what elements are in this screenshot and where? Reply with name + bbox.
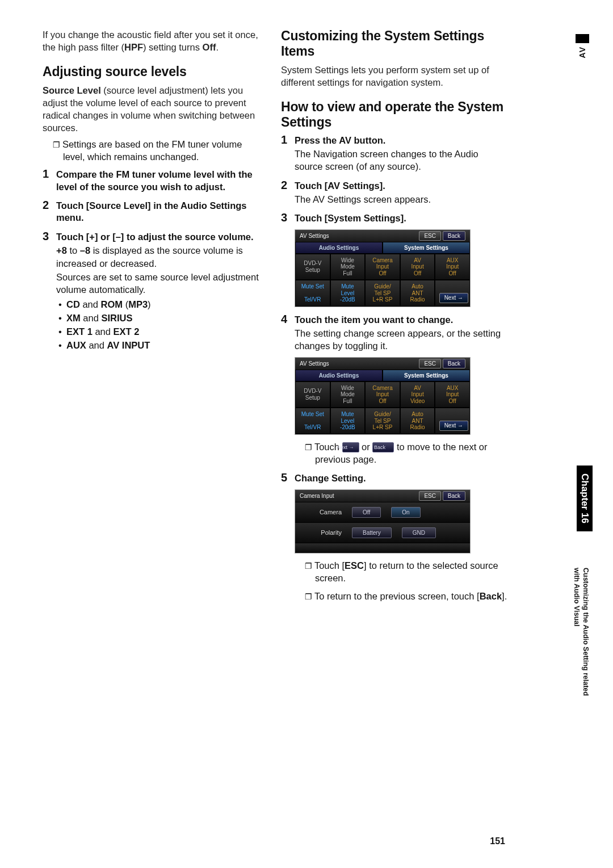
camera-label: Camera xyxy=(302,509,342,515)
screenshot-1-row1: DVD-VSetup WideModeFull CameraInputOff A… xyxy=(295,254,470,280)
howto-step-2: Touch [AV Settings]. The AV Settings scr… xyxy=(281,180,508,206)
howto-step-2-head: Touch [AV Settings]. xyxy=(295,180,508,192)
howto-step-2-body: The AV Settings screen appears. xyxy=(295,193,508,206)
cell-av-input[interactable]: AVInputOff xyxy=(400,254,435,280)
minus8: –8 xyxy=(80,245,90,255)
next-button[interactable]: Next → xyxy=(439,421,468,431)
screenshot-av-settings-1: AV Settings ESC Back Audio Settings Syst… xyxy=(295,229,471,307)
back-icon: ← Back xyxy=(372,442,394,452)
cell-guide-telsp[interactable]: Guide/Tel SPL+R SP xyxy=(365,408,400,434)
heading-adjusting-source-levels: Adjusting source levels xyxy=(43,64,264,79)
back-button[interactable]: Back xyxy=(443,231,465,241)
howto-step-3-head: Touch [System Settings]. xyxy=(295,212,508,224)
side-chapter-tab: Chapter 16 xyxy=(577,466,593,531)
cell-next: Next → xyxy=(435,280,470,307)
intro-text-2: ) setting turns xyxy=(143,42,203,52)
screenshot-1-row2: Mute Set Tel/VR MuteLevel-20dB Guide/Tel… xyxy=(295,280,470,307)
customizing-paragraph: System Settings lets you perform system … xyxy=(281,64,508,89)
right-column: Customizing the System Settings Items Sy… xyxy=(281,28,508,609)
cell-mute-set[interactable]: Mute Set Tel/VR xyxy=(295,280,330,307)
howto-step-4-head: Touch the item you want to change. xyxy=(295,314,508,326)
cell-auto-ant[interactable]: AutoANTRadio xyxy=(400,280,435,307)
cell-next: Next → xyxy=(435,408,470,434)
howto-step-1-head: Press the AV button. xyxy=(295,135,508,146)
esc-button[interactable]: ESC xyxy=(419,491,441,501)
polarity-gnd-option[interactable]: GND xyxy=(402,527,436,538)
spacer-row xyxy=(295,543,470,553)
step-2: Touch [Source Level] in the Audio Settin… xyxy=(43,200,264,224)
step-3-body-b: Sources are set to same source level adj… xyxy=(56,271,264,296)
cell-auto-ant[interactable]: AutoANTRadio xyxy=(400,408,435,434)
screenshot-av-settings-2: AV Settings ESC Back Audio Settings Syst… xyxy=(295,357,471,435)
tab-system-settings[interactable]: System Settings xyxy=(383,370,470,381)
howto-step-5-head: Change Setting. xyxy=(295,472,508,484)
cell-aux-input[interactable]: AUXInputOff xyxy=(435,381,470,408)
off-word: Off xyxy=(203,42,216,52)
plus8: +8 xyxy=(56,245,67,255)
steps-howto: Press the AV button. The Navigation scre… xyxy=(281,135,508,603)
cell-camera-input[interactable]: CameraInputOff xyxy=(365,381,400,408)
cell-wide-mode[interactable]: WideModeFull xyxy=(330,381,366,408)
howto-step-5: Change Setting. Camera Input ESC Back Ca… xyxy=(281,472,508,602)
cell-dvdv-setup[interactable]: DVD-VSetup xyxy=(295,381,330,408)
cell-wide-mode[interactable]: WideModeFull xyxy=(330,254,366,280)
note-next-back: Touch Next → or ← Back to move to the ne… xyxy=(305,441,508,466)
cell-guide-telsp[interactable]: Guide/Tel SPL+R SP xyxy=(365,280,400,307)
screenshot-2-title: AV Settings xyxy=(300,360,329,367)
tab-audio-settings[interactable]: Audio Settings xyxy=(295,242,383,254)
next-button[interactable]: Next → xyxy=(439,293,468,303)
screenshot-2-titlebar: AV Settings ESC Back xyxy=(295,358,470,370)
howto-step-4-body: The setting change screen appears, or th… xyxy=(295,327,508,353)
screenshot-1-titlebar: AV Settings ESC Back xyxy=(295,230,470,242)
side-tab-av: AV xyxy=(574,34,590,58)
howto-step-1-body: The Navigation screen changes to the Aud… xyxy=(295,148,508,173)
cell-dvdv-setup[interactable]: DVD-VSetup xyxy=(295,254,330,280)
cell-camera-input[interactable]: CameraInputOff xyxy=(365,254,400,280)
page-number: 151 xyxy=(490,836,505,846)
camera-on-option[interactable]: On xyxy=(391,507,420,518)
camera-off-option[interactable]: Off xyxy=(352,507,381,518)
pair-cd-rom: CD and ROM (MP3) xyxy=(58,298,264,312)
heading-customizing: Customizing the System Settings Items xyxy=(281,28,508,59)
esc-button[interactable]: ESC xyxy=(419,359,441,368)
intro-paragraph: If you change the acoustic field after y… xyxy=(43,28,264,54)
back-button[interactable]: Back xyxy=(443,359,465,368)
screenshot-2-row1: DVD-VSetup WideModeFull CameraInputOff A… xyxy=(295,381,470,408)
step-2-head: Touch [Source Level] in the Audio Settin… xyxy=(56,200,264,224)
cell-mute-set[interactable]: Mute Set Tel/VR xyxy=(295,408,330,434)
screenshot-2-tabs: Audio Settings System Settings xyxy=(295,370,470,381)
screenshot-2-row2: Mute Set Tel/VR MuteLevel-20dB Guide/Tel… xyxy=(295,408,470,434)
esc-button[interactable]: ESC xyxy=(419,231,441,241)
tab-system-settings[interactable]: System Settings xyxy=(383,242,470,254)
pair-xm-sirius: XM and SIRIUS xyxy=(58,312,264,325)
back-button[interactable]: Back xyxy=(443,491,465,501)
note-back: To return to the previous screen, touch … xyxy=(305,590,508,602)
cell-mute-level[interactable]: MuteLevel-20dB xyxy=(330,408,366,434)
step-3-head: Touch [+] or [–] to adjust the source vo… xyxy=(56,231,264,243)
polarity-battery-option[interactable]: Battery xyxy=(352,527,392,538)
screenshot-1-title: AV Settings xyxy=(300,233,329,239)
hpf-abbrev: HPF xyxy=(124,42,143,52)
side-chapter-title: Customizing the Audio Setting relatedwit… xyxy=(572,568,591,696)
pair-ext1-ext2: EXT 1 and EXT 2 xyxy=(58,325,264,339)
tab-audio-settings[interactable]: Audio Settings xyxy=(295,370,383,381)
note-fm-tuner: Settings are based on the FM tuner volum… xyxy=(53,138,264,163)
polarity-row: Polarity Battery GND xyxy=(295,522,470,543)
pair-aux-avinput: AUX and AV INPUT xyxy=(58,339,264,353)
source-pair-list: CD and ROM (MP3) XM and SIRIUS EXT 1 and… xyxy=(58,298,264,353)
screenshot-camera-input: Camera Input ESC Back Camera Off On Pola… xyxy=(295,489,471,553)
source-level-paragraph: Source Level (source level adjustment) l… xyxy=(43,84,264,135)
side-black-tab xyxy=(576,34,589,43)
howto-step-3: Touch [System Settings]. AV Settings ESC… xyxy=(281,212,508,307)
cell-av-input[interactable]: AVInputVideo xyxy=(400,381,435,408)
intro-end: . xyxy=(216,42,219,52)
cell-aux-input[interactable]: AUXInputOff xyxy=(435,254,470,280)
two-column-layout: If you change the acoustic field after y… xyxy=(43,28,579,609)
heading-howto: How to view and operate the System Setti… xyxy=(281,99,508,130)
step-1: Compare the FM tuner volume level with t… xyxy=(43,169,264,193)
cell-mute-level[interactable]: MuteLevel-20dB xyxy=(330,280,366,307)
next-icon: Next → xyxy=(342,442,359,452)
screenshot-1-tabs: Audio Settings System Settings xyxy=(295,242,470,254)
step-3-body-a: +8 to –8 is displayed as the source volu… xyxy=(56,244,264,270)
left-column: If you change the acoustic field after y… xyxy=(43,28,264,609)
